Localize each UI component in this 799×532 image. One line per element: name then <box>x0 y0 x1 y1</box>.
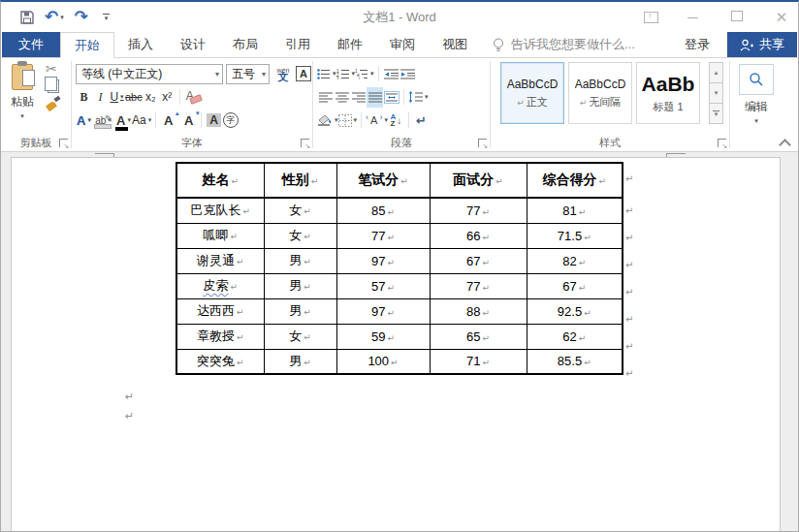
table-cell[interactable]: 97↵ <box>336 298 430 324</box>
table-cell[interactable]: 女↵ <box>264 198 336 223</box>
align-right-button[interactable] <box>350 87 367 108</box>
table-cell[interactable]: 章教授↵ <box>176 324 264 349</box>
table-cell[interactable]: 81↵ <box>527 198 623 223</box>
table-cell[interactable]: 男↵ <box>264 273 336 298</box>
style-card-正文[interactable]: AaBbCcD↵正文 <box>500 62 564 124</box>
header-cell-面试分[interactable]: 面试分↵ <box>430 163 527 198</box>
distribute-text-button[interactable] <box>383 87 400 108</box>
character-shading-button[interactable]: A <box>206 110 222 131</box>
justify-button[interactable] <box>367 87 383 108</box>
table-cell[interactable]: 达西西↵ <box>176 298 264 324</box>
text-highlight-button[interactable]: ab✎ <box>95 110 112 131</box>
bullets-button[interactable] <box>317 64 336 84</box>
font-color-button[interactable]: A <box>115 110 132 131</box>
superscript-button[interactable]: x² <box>159 87 176 108</box>
header-cell-性别[interactable]: 性别↵ <box>264 163 336 198</box>
show-hide-marks-button[interactable]: ↵ <box>413 110 430 131</box>
table-cell[interactable]: 92.5↵ <box>527 298 623 324</box>
table-cell[interactable]: 77↵ <box>430 273 527 298</box>
tab-开始[interactable]: 开始 <box>60 32 114 58</box>
table-cell[interactable]: 85.5↵ <box>527 349 623 374</box>
table-cell[interactable]: 71↵ <box>430 349 527 374</box>
table-cell[interactable]: 77↵ <box>336 223 430 248</box>
style-card-无间隔[interactable]: AaBbCcD↵无间隔 <box>568 62 632 124</box>
header-cell-笔试分[interactable]: 笔试分↵ <box>336 163 430 198</box>
editing-button[interactable]: 编辑 <box>730 62 783 125</box>
table-cell[interactable]: 66↵ <box>430 223 527 248</box>
font-size-combo[interactable]: 五号 <box>226 64 270 84</box>
paste-button[interactable]: 粘贴 <box>4 62 41 132</box>
table-cell[interactable]: 82↵ <box>527 248 623 273</box>
table-cell[interactable]: 谢灵通↵ <box>176 248 264 273</box>
ribbon-display-options-button[interactable] <box>644 12 658 23</box>
header-cell-姓名[interactable]: 姓名↵ <box>176 163 264 198</box>
table-cell[interactable]: 突突兔↵ <box>176 349 264 374</box>
table-cell[interactable]: 女↵ <box>264 324 336 349</box>
save-icon[interactable] <box>20 11 34 24</box>
change-case-button[interactable]: Aa <box>132 110 151 131</box>
tab-布局[interactable]: 布局 <box>219 32 272 57</box>
underline-button[interactable]: U <box>109 87 125 108</box>
styles-dialog-launcher[interactable] <box>718 139 726 147</box>
undo-button[interactable]: ↶ ▾ <box>45 9 64 25</box>
table-cell[interactable]: 71.5↵ <box>527 223 623 248</box>
grow-font-button[interactable]: A <box>160 110 176 131</box>
table-cell[interactable]: 85↵ <box>336 198 430 223</box>
clipboard-dialog-launcher[interactable] <box>59 139 68 147</box>
subscript-button[interactable]: x₂ <box>143 87 159 108</box>
table-cell[interactable]: 59↵ <box>336 324 430 349</box>
tell-me-box[interactable]: 告诉我您想要做什么... <box>493 32 635 57</box>
align-left-button[interactable] <box>317 87 334 108</box>
sign-in-link[interactable]: 登录 <box>685 32 710 57</box>
tab-邮件[interactable]: 邮件 <box>324 32 376 57</box>
gallery-more-button[interactable]: ▾ <box>709 104 723 124</box>
asian-layout-button[interactable]: A› <box>366 110 388 131</box>
table-cell[interactable]: 女↵ <box>264 223 336 248</box>
text-effects-button[interactable]: A <box>76 110 92 131</box>
tab-设计[interactable]: 设计 <box>167 32 219 57</box>
enclose-characters-button[interactable]: 字 <box>222 110 239 131</box>
shrink-font-button[interactable]: A <box>180 110 197 131</box>
tab-插入[interactable]: 插入 <box>114 32 167 57</box>
borders-button[interactable] <box>338 110 358 131</box>
table-cell[interactable]: 男↵ <box>264 298 336 324</box>
shading-button[interactable] <box>317 110 338 131</box>
decrease-indent-button[interactable] <box>383 64 400 84</box>
table-cell[interactable]: 100↵ <box>336 349 430 374</box>
character-border-button[interactable]: A <box>296 66 311 81</box>
format-painter-icon[interactable] <box>46 97 60 110</box>
gallery-scroll-down-button[interactable]: ▾ <box>709 83 723 104</box>
customize-qat-button[interactable]: ▾ <box>103 14 110 20</box>
collapse-ribbon-button[interactable] <box>780 139 791 146</box>
redo-button[interactable]: ↷ <box>75 9 88 25</box>
table-cell[interactable]: 男↵ <box>264 248 336 273</box>
copy-icon[interactable] <box>48 79 59 93</box>
table-cell[interactable]: 呱唧↵ <box>176 223 264 248</box>
cut-icon[interactable]: ✂ <box>46 62 60 76</box>
minimize-button[interactable] <box>682 10 703 24</box>
table-cell[interactable]: 皮索↵ <box>176 273 264 298</box>
table-cell[interactable]: 57↵ <box>336 273 430 298</box>
table-cell[interactable]: 62↵ <box>527 324 623 349</box>
clear-formatting-button[interactable]: A <box>184 89 202 105</box>
font-dialog-launcher[interactable] <box>301 139 309 147</box>
italic-button[interactable]: I <box>92 87 109 108</box>
maximize-button[interactable] <box>726 10 748 24</box>
strikethrough-button[interactable]: abc <box>125 87 143 108</box>
undo-dropdown-icon[interactable]: ▾ <box>60 14 64 21</box>
phonetic-guide-button[interactable]: wén文 <box>274 68 292 79</box>
table-cell[interactable]: 97↵ <box>336 248 430 273</box>
gallery-scroll-up-button[interactable]: ▴ <box>709 62 723 83</box>
sort-button[interactable]: AZ↓ <box>388 110 404 131</box>
score-table[interactable]: 姓名↵性别↵笔试分↵面试分↵综合得分↵巴克队长↵女↵85↵77↵81↵呱唧↵女↵… <box>176 162 623 375</box>
tab-引用[interactable]: 引用 <box>272 32 324 57</box>
share-button[interactable]: 共享 <box>727 32 797 57</box>
font-name-combo[interactable]: 等线 (中文正文) <box>76 64 223 84</box>
close-button[interactable]: ✕ <box>771 9 792 26</box>
bold-button[interactable]: B <box>76 87 92 108</box>
align-center-button[interactable] <box>334 87 350 108</box>
table-cell[interactable]: 88↵ <box>430 298 527 324</box>
tab-审阅[interactable]: 审阅 <box>376 32 429 57</box>
table-cell[interactable]: 巴克队长↵ <box>176 198 264 223</box>
table-cell[interactable]: 77↵ <box>430 198 527 223</box>
